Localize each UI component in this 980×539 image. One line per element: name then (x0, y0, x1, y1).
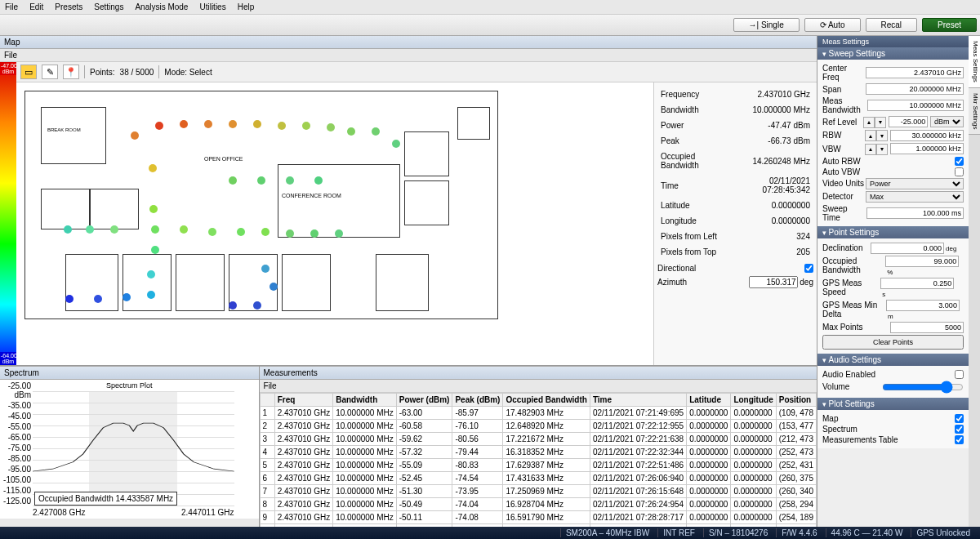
top-toolbar: →| Single ⟳ Auto Recal Preset (0, 15, 980, 36)
vbw-down-button[interactable]: ▾ (876, 144, 888, 155)
spectrum-panel-header: Spectrum (0, 366, 259, 380)
auto-button[interactable]: ⟳ Auto (804, 18, 861, 32)
rbw-up-button[interactable]: ▴ (865, 130, 876, 141)
fp-label: CONFERENCE ROOM (282, 193, 341, 198)
sweep-time-input[interactable] (866, 207, 964, 219)
video-units-select[interactable]: Power (866, 178, 964, 189)
menu-help[interactable]: Help (238, 2, 255, 11)
spectrum-plot-title: Spectrum Plot (106, 381, 153, 390)
power-colorbar: -47.00 dBm -64.00 dBm (0, 62, 16, 365)
floorplan-canvas[interactable]: CONFERENCE ROOM OPEN OFFICE BREAK ROOM (16, 82, 653, 365)
vtab-meas-settings[interactable]: Meas Settings (969, 36, 980, 88)
auto-rbw-checkbox[interactable] (955, 157, 964, 166)
meas-bw-input[interactable] (867, 100, 964, 111)
table-row[interactable]: 62.437010 GHz10.000000 MHz-52.45-74.5417… (260, 472, 816, 485)
menu-edit[interactable]: Edit (29, 2, 43, 11)
table-row[interactable]: 22.437010 GHz10.000000 MHz-60.58-76.1012… (260, 420, 816, 433)
single-button[interactable]: →| Single (733, 18, 800, 32)
ref-level-input[interactable] (889, 116, 928, 127)
ref-unit-select[interactable]: dBm (930, 116, 964, 127)
audio-settings-header[interactable]: ▾ Audio Settings (817, 354, 969, 366)
ref-up-button[interactable]: ▴ (863, 117, 875, 128)
colorbar-bottom-label: -64.00 dBm (0, 352, 16, 365)
pencil-tool[interactable]: ✎ (42, 65, 58, 79)
menu-file[interactable]: File (5, 2, 18, 11)
arrow-right-icon: →| (749, 20, 761, 29)
menu-settings[interactable]: Settings (94, 2, 123, 11)
span-input[interactable] (866, 83, 964, 95)
center-freq-input[interactable] (866, 67, 964, 78)
show-map-checkbox[interactable] (955, 414, 964, 423)
table-row[interactable]: 32.437010 GHz10.000000 MHz-59.62-80.5617… (260, 433, 816, 446)
sweep-settings-header[interactable]: ▾ Sweep Settings (817, 47, 969, 60)
fp-label: BREAK ROOM (47, 127, 81, 132)
show-spectrum-checkbox[interactable] (955, 425, 964, 434)
ref-down-button[interactable]: ▾ (875, 117, 886, 128)
map-panel-header: Map (0, 36, 817, 49)
menu-presets[interactable]: Presets (55, 2, 82, 11)
fp-label: OPEN OFFICE (204, 156, 243, 162)
directional-checkbox[interactable] (804, 264, 813, 273)
directional-label: Directional (657, 264, 696, 273)
declination-input[interactable] (871, 243, 944, 254)
menu-analysis-mode[interactable]: Analysis Mode (135, 2, 188, 11)
table-row[interactable]: 82.437010 GHz10.000000 MHz-50.49-74.0416… (260, 498, 816, 511)
vbw-input[interactable] (890, 143, 964, 154)
point-settings-header[interactable]: ▾ Point Settings (817, 226, 969, 238)
clear-points-button[interactable]: Clear Points (822, 335, 964, 350)
main-menubar: File Edit Presets Settings Analysis Mode… (0, 0, 980, 15)
measurements-table[interactable]: FreqBandwidthPower (dBm)Peak (dBm)Occupi… (260, 393, 817, 532)
audio-enabled-checkbox[interactable] (955, 370, 964, 379)
menu-utilities[interactable]: Utilities (199, 2, 225, 11)
detector-select[interactable]: Max (866, 191, 964, 203)
mode-label: Mode: Select (164, 68, 212, 77)
occupied-bandwidth-box: Occupied Bandwidth 14.433587 MHz (34, 492, 177, 506)
colorbar-top-label: -47.00 dBm (0, 62, 16, 75)
azimuth-input[interactable] (749, 276, 798, 288)
spectrum-plot[interactable]: Spectrum Plot -45.18 dBm -25.00 dBm-35.0… (0, 380, 259, 519)
gps-speed-input[interactable] (880, 278, 954, 289)
point-properties-panel: Frequency2.437010 GHzBandwidth10.000000 … (653, 82, 817, 365)
status-bar: SM200A – 40MHz IBWINT REFS/N – 18104276F… (0, 527, 980, 539)
table-row[interactable]: 12.437010 GHz10.000000 MHz-63.00-85.9717… (260, 407, 816, 420)
table-row[interactable]: 92.437010 GHz10.000000 MHz-50.11-74.0816… (260, 511, 816, 524)
auto-vbw-checkbox[interactable] (955, 167, 964, 176)
vbw-up-button[interactable]: ▴ (865, 144, 876, 155)
preset-button[interactable]: Preset (922, 18, 977, 32)
table-row[interactable]: 72.437010 GHz10.000000 MHz-51.30-73.9517… (260, 485, 816, 498)
rbw-input[interactable] (890, 130, 964, 141)
recal-button[interactable]: Recal (866, 18, 918, 32)
rbw-down-button[interactable]: ▾ (876, 130, 888, 141)
refresh-icon: ⟳ (820, 20, 828, 29)
plot-settings-header[interactable]: ▾ Plot Settings (817, 398, 969, 410)
azimuth-label: Azimuth (657, 278, 687, 287)
obw-percent-input[interactable] (885, 256, 959, 267)
measurements-panel-header: Measurements (260, 366, 817, 380)
max-points-input[interactable] (890, 322, 964, 333)
table-row[interactable]: 52.437010 GHz10.000000 MHz-55.09-80.8317… (260, 459, 816, 472)
vtab-mkr-settings[interactable]: Mkr Settings (969, 88, 980, 135)
table-row[interactable]: 42.437010 GHz10.000000 MHz-57.32-79.4416… (260, 446, 816, 459)
select-tool[interactable]: ▭ (20, 65, 37, 79)
gps-delta-input[interactable] (886, 300, 960, 311)
points-label: Points: (90, 68, 115, 77)
measurements-file-menu[interactable]: File (260, 380, 817, 393)
show-measurements-checkbox[interactable] (955, 435, 964, 444)
points-value: 38 / 5000 (120, 68, 154, 77)
pin-tool[interactable]: 📍 (63, 65, 79, 79)
map-file-menu[interactable]: File (0, 49, 817, 62)
volume-slider[interactable] (882, 381, 964, 394)
meas-settings-header: Meas Settings (817, 36, 969, 47)
